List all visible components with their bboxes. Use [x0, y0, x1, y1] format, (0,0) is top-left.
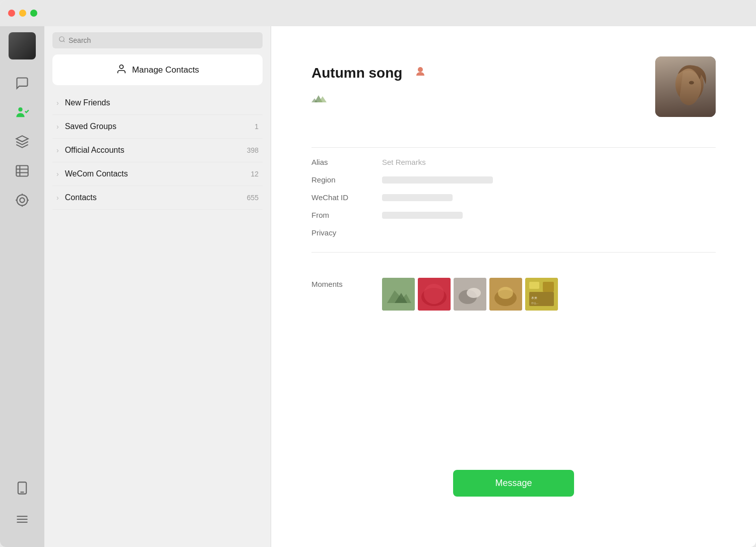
svg-rect-1: [16, 166, 28, 176]
item-label: Saved Groups: [65, 122, 116, 131]
sidebar-item-discover[interactable]: [9, 128, 36, 155]
sidebar-item-menu[interactable]: [9, 506, 36, 533]
contact-list: › New Friends › Saved Groups 1 ›: [44, 89, 271, 547]
app-window: Manage Contacts › New Friends › Saved Gr…: [0, 0, 756, 547]
minimize-button[interactable]: [19, 10, 26, 17]
search-input[interactable]: [69, 36, 257, 44]
manage-contacts-button[interactable]: Manage Contacts: [52, 54, 263, 85]
search-icon: [58, 36, 66, 45]
chevron-right-icon: ›: [56, 123, 59, 131]
app-body: Manage Contacts › New Friends › Saved Gr…: [0, 26, 756, 547]
from-value: [382, 212, 463, 219]
svg-point-30: [467, 288, 481, 298]
search-bar: [44, 26, 271, 54]
item-count: 12: [250, 170, 259, 178]
message-button-container: Message: [311, 450, 716, 527]
divider-2: [311, 252, 716, 253]
moment-thumbnail[interactable]: [382, 278, 415, 311]
svg-rect-22: [382, 278, 415, 311]
region-value: [382, 176, 493, 184]
item-label: WeCom Contacts: [65, 169, 128, 178]
list-item[interactable]: › WeCom Contacts 12: [52, 162, 263, 186]
profile-avatar: [655, 56, 716, 117]
avatar[interactable]: [9, 32, 36, 59]
info-row-wechatid: WeChat ID: [311, 193, 716, 202]
svg-point-20: [675, 67, 704, 102]
svg-point-3: [20, 198, 24, 202]
item-label: Contacts: [65, 193, 97, 202]
region-label: Region: [311, 175, 362, 184]
profile-name: Autumn song: [311, 65, 402, 81]
svg-text:什么...: 什么...: [531, 301, 538, 305]
chevron-right-icon: ›: [56, 170, 59, 178]
sidebar-item-lens[interactable]: [9, 187, 36, 214]
moments-row: Moments: [311, 278, 716, 311]
moment-thumbnail[interactable]: 本来 什么...: [525, 278, 558, 311]
list-item[interactable]: › Saved Groups 1: [52, 115, 263, 139]
sidebar-item-files[interactable]: [9, 157, 36, 185]
item-label: New Friends: [65, 98, 110, 107]
alias-label: Alias: [311, 158, 362, 166]
chevron-right-icon: ›: [56, 146, 59, 154]
detail-content: Autumn song: [271, 26, 756, 547]
moments-section: Moments: [311, 278, 716, 311]
svg-point-0: [18, 107, 22, 111]
list-item[interactable]: › New Friends: [52, 91, 263, 115]
divider: [311, 147, 716, 148]
chevron-right-icon: ›: [56, 194, 59, 202]
sidebar-item-phone[interactable]: [9, 474, 36, 502]
item-label: Official Accounts: [65, 146, 124, 155]
bottom-icons: [9, 474, 36, 541]
info-grid: Alias Set Remarks Region WeChat ID: [311, 158, 716, 237]
profile-name-row: Autumn song: [311, 65, 426, 81]
moments-photos: 本来 什么...: [382, 278, 558, 311]
sidebar-item-contacts[interactable]: [9, 99, 36, 126]
gender-icon: [414, 66, 426, 81]
list-item[interactable]: › Contacts 655: [52, 186, 263, 210]
from-label: From: [311, 211, 362, 219]
info-row-region: Region: [311, 175, 716, 184]
svg-point-33: [498, 287, 513, 299]
svg-point-14: [119, 65, 123, 69]
profile-info: Autumn song: [311, 65, 426, 108]
avatar-photo: [655, 56, 716, 117]
info-row-from: From: [311, 211, 716, 219]
svg-rect-36: [543, 282, 554, 292]
item-count: 1: [255, 123, 259, 131]
message-button[interactable]: Message: [453, 470, 574, 497]
search-input-wrapper[interactable]: [52, 32, 263, 48]
detail-panel: Autumn song: [271, 26, 756, 547]
chevron-right-icon: ›: [56, 99, 59, 107]
svg-point-27: [424, 284, 444, 304]
wechatid-label: WeChat ID: [311, 193, 362, 202]
moment-thumbnail[interactable]: [489, 278, 522, 311]
wechat-logo-icon: [311, 91, 426, 108]
moments-label: Moments: [311, 278, 362, 288]
maximize-button[interactable]: [30, 10, 37, 17]
item-count: 655: [247, 194, 259, 202]
contacts-panel: Manage Contacts › New Friends › Saved Gr…: [44, 26, 271, 547]
moment-thumbnail[interactable]: [454, 278, 486, 311]
item-count: 398: [247, 146, 259, 154]
svg-point-15: [418, 67, 423, 72]
close-button[interactable]: [8, 10, 15, 17]
titlebar: [0, 0, 756, 26]
sidebar-item-chat[interactable]: [9, 70, 36, 97]
profile-header: Autumn song: [311, 56, 716, 117]
sidebar: [0, 26, 44, 547]
svg-point-2: [17, 195, 28, 206]
moment-thumbnail[interactable]: [418, 278, 451, 311]
privacy-label: Privacy: [311, 228, 362, 237]
svg-rect-19: [655, 56, 716, 117]
info-row-privacy: Privacy: [311, 228, 716, 237]
alias-value: Set Remarks: [382, 158, 426, 166]
person-icon: [116, 64, 127, 76]
svg-rect-35: [529, 282, 539, 289]
wechatid-value: [382, 194, 453, 201]
list-item[interactable]: › Official Accounts 398: [52, 139, 263, 162]
svg-point-21: [689, 81, 694, 85]
info-row-alias: Alias Set Remarks: [311, 158, 716, 166]
manage-contacts-label: Manage Contacts: [132, 65, 199, 75]
svg-point-13: [59, 37, 64, 41]
svg-text:本来: 本来: [531, 296, 537, 299]
